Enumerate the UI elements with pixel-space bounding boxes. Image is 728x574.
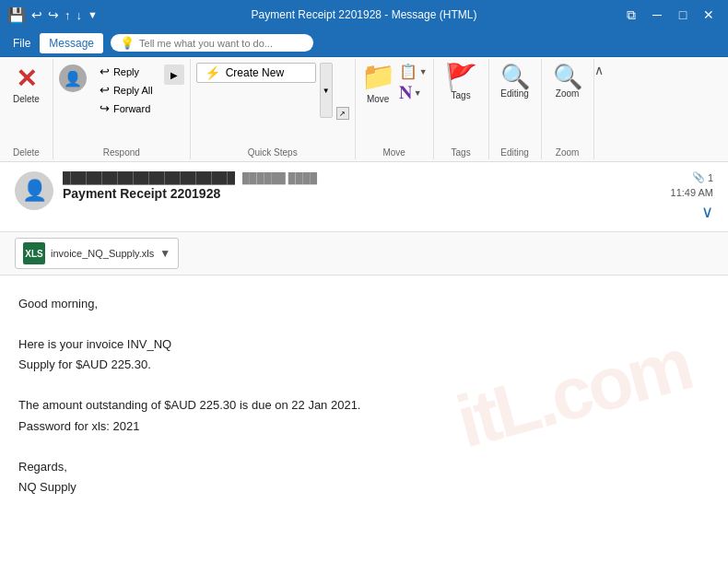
delete-button[interactable]: ✕ Delete bbox=[6, 63, 47, 108]
email-timestamp: 11:49 AM bbox=[671, 187, 713, 198]
collapse-icon[interactable]: ∧ bbox=[594, 63, 604, 77]
email-regards: Regards, bbox=[18, 457, 710, 477]
ribbon-collapse-area[interactable]: ∧ bbox=[594, 59, 607, 159]
tags-group-label: Tags bbox=[434, 147, 488, 158]
quick-steps-expand[interactable]: ▼ bbox=[320, 63, 333, 118]
ribbon-group-move: 📁 Move 📋 ▼ 𝐍 ▼ Move bbox=[356, 59, 434, 159]
ribbon-group-quick-steps: ⚡ Create New ▼ ↗ Quick Steps bbox=[191, 59, 356, 159]
respond-group-label: Respond bbox=[53, 147, 190, 158]
tags-label: Tags bbox=[452, 90, 471, 100]
flag-icon: 🚩 bbox=[445, 64, 477, 90]
move-group-content: 📁 Move 📋 ▼ 𝐍 ▼ bbox=[361, 63, 428, 143]
window-controls: ⧉ ─ □ ✕ bbox=[619, 6, 721, 24]
create-new-button[interactable]: ⚡ Create New bbox=[196, 63, 316, 83]
avatar-icon: 👤 bbox=[22, 179, 47, 203]
title-bar: 💾 ↩ ↪ ↑ ↓ ▼ Payment Receipt 2201928 - Me… bbox=[0, 0, 728, 29]
create-new-label: Create New bbox=[226, 66, 284, 79]
onenote-button[interactable]: 𝐍 ▼ bbox=[399, 82, 428, 103]
maximize-button[interactable]: □ bbox=[671, 6, 695, 24]
ribbon-group-delete: ✕ Delete Delete bbox=[0, 59, 53, 159]
tags-group-content: 🚩 Tags bbox=[440, 63, 483, 143]
editing-label: Editing bbox=[500, 88, 529, 99]
quick-steps-dialog[interactable]: ↗ bbox=[336, 63, 349, 120]
move-folder-icon: 📁 bbox=[361, 63, 395, 90]
menu-file[interactable]: File bbox=[4, 33, 40, 53]
reply-all-label: Reply All bbox=[113, 85, 153, 96]
move-group-label: Move bbox=[356, 147, 433, 158]
email-line7 bbox=[18, 437, 710, 457]
attachment-name: invoice_NQ_Supply.xls bbox=[51, 248, 154, 259]
quick-steps-content: ⚡ Create New ▼ ↗ bbox=[196, 63, 349, 133]
dropdown-icon[interactable]: ▼ bbox=[88, 9, 98, 20]
onenote-icon: 𝐍 bbox=[399, 82, 412, 103]
zoom-group-content: 🔍 Zoom bbox=[547, 63, 588, 143]
move-button[interactable]: 📁 Move bbox=[361, 63, 395, 104]
sender-row: ██████████████████████ ██████ ████ bbox=[63, 171, 662, 184]
email-line5: The amount outstanding of $AUD 225.30 is… bbox=[18, 395, 710, 416]
zoom-group-label: Zoom bbox=[542, 147, 593, 158]
expand-button[interactable]: ∨ bbox=[701, 202, 713, 222]
reply-all-button[interactable]: ↩ Reply All bbox=[94, 81, 159, 99]
down-icon[interactable]: ↓ bbox=[76, 8, 83, 22]
search-input[interactable] bbox=[139, 38, 304, 49]
paperclip-icon: 📎 bbox=[692, 171, 705, 183]
email-greeting: Good morning, bbox=[18, 294, 710, 314]
redo-icon[interactable]: ↪ bbox=[48, 7, 59, 22]
sender-email: ██████ ████ bbox=[242, 172, 317, 183]
attachment-badge: 📎 1 bbox=[692, 171, 713, 183]
attachment-file[interactable]: XLS invoice_NQ_Supply.xls ▼ bbox=[15, 238, 179, 269]
email-subject: Payment Receipt 2201928 bbox=[63, 186, 662, 201]
search-ribbon-icon: 🔍 bbox=[500, 64, 530, 88]
quick-steps-group-label: Quick Steps bbox=[191, 147, 355, 158]
forward-button[interactable]: ↪ Forward bbox=[94, 100, 159, 117]
lightning-icon: ⚡ bbox=[205, 65, 220, 80]
ribbon: ✕ Delete Delete 👤 ↩ Reply ↩ Reply A bbox=[0, 57, 728, 162]
undo-icon[interactable]: ↩ bbox=[31, 7, 42, 22]
ribbon-group-zoom: 🔍 Zoom Zoom bbox=[542, 59, 594, 159]
ribbon-group-editing: 🔍 Editing Editing bbox=[489, 59, 542, 159]
email-content: Good morning, Here is your invoice INV_N… bbox=[18, 294, 710, 498]
respond-buttons-col: ↩ Reply ↩ Reply All ↪ Forward bbox=[94, 63, 159, 117]
email-line2: Here is your invoice INV_NQ bbox=[18, 334, 710, 355]
excel-icon: XLS bbox=[23, 242, 45, 264]
minimize-button[interactable]: ─ bbox=[645, 6, 669, 24]
forward-icon: ↪ bbox=[100, 101, 110, 115]
respond-avatar: 👤 bbox=[59, 64, 87, 92]
email-line6: Password for xls: 2021 bbox=[18, 416, 710, 437]
editing-group-content: 🔍 Editing bbox=[495, 63, 535, 143]
attachment-bar: XLS invoice_NQ_Supply.xls ▼ bbox=[0, 232, 728, 275]
title-bar-left: 💾 ↩ ↪ ↑ ↓ ▼ bbox=[7, 6, 98, 24]
tell-me-search-box[interactable]: 💡 bbox=[111, 34, 313, 52]
email-header: 👤 ██████████████████████ ██████ ████ Pay… bbox=[0, 162, 728, 232]
tags-button[interactable]: 🚩 Tags bbox=[440, 63, 483, 102]
respond-group-content: 👤 ↩ Reply ↩ Reply All ↪ Forward bbox=[59, 63, 184, 143]
delete-label: Delete bbox=[13, 94, 40, 104]
move-label: Move bbox=[367, 94, 389, 104]
editing-button[interactable]: 🔍 Editing bbox=[495, 63, 535, 100]
email-line1 bbox=[18, 314, 710, 334]
window-title: Payment Receipt 2201928 - Message (HTML) bbox=[252, 8, 477, 21]
email-line3: Supply for $AUD 225.30. bbox=[18, 355, 710, 375]
reply-button[interactable]: ↩ Reply bbox=[94, 63, 159, 80]
sender-avatar: 👤 bbox=[15, 171, 53, 210]
move-secondary: 📋 ▼ 𝐍 ▼ bbox=[399, 63, 428, 103]
zoom-button[interactable]: 🔍 Zoom bbox=[547, 63, 588, 100]
attachment-dropdown-icon[interactable]: ▼ bbox=[159, 247, 170, 260]
copy-to-button[interactable]: 📋 ▼ bbox=[399, 63, 428, 80]
main-window: 👤 ██████████████████████ ██████ ████ Pay… bbox=[0, 162, 728, 574]
ribbon-group-tags: 🚩 Tags Tags bbox=[434, 59, 489, 159]
reply-all-icon: ↩ bbox=[100, 83, 110, 97]
sender-name: ██████████████████████ bbox=[63, 171, 235, 184]
menu-message[interactable]: Message bbox=[40, 33, 103, 53]
editing-group-label: Editing bbox=[489, 147, 541, 158]
close-button[interactable]: ✕ bbox=[697, 6, 721, 24]
up-icon[interactable]: ↑ bbox=[65, 8, 71, 22]
reply-icon: ↩ bbox=[100, 64, 110, 78]
email-line4 bbox=[18, 375, 710, 395]
delete-icon: ✕ bbox=[16, 66, 37, 92]
respond-more[interactable]: ▶ bbox=[164, 63, 184, 85]
email-body: itL.com Good morning, Here is your invoi… bbox=[0, 275, 728, 574]
ribbon-group-respond: 👤 ↩ Reply ↩ Reply All ↪ Forward bbox=[53, 59, 191, 159]
save-icon[interactable]: 💾 bbox=[7, 6, 26, 24]
restore-button[interactable]: ⧉ bbox=[619, 6, 643, 24]
